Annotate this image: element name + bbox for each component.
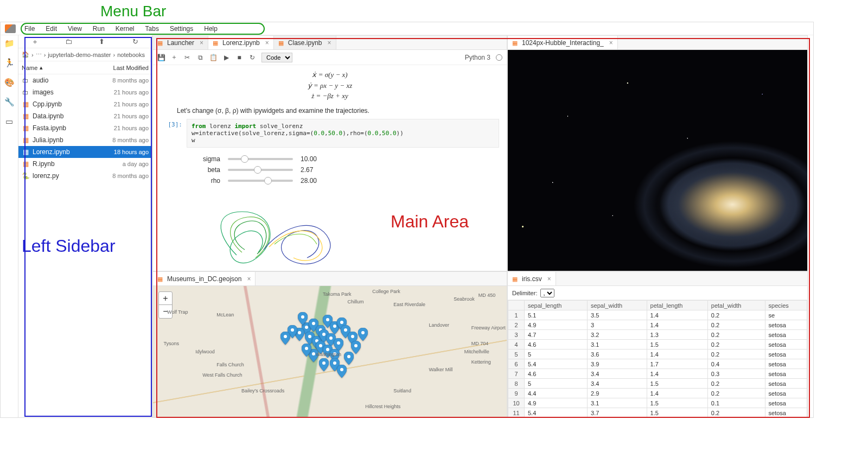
- tab[interactable]: ▦Launcher×: [153, 36, 208, 49]
- table-row[interactable]: 74.63.41.40.3setosa: [508, 369, 807, 379]
- table-row[interactable]: 65.43.91.70.4setosa: [508, 359, 807, 369]
- map-pin-icon[interactable]: [344, 352, 354, 365]
- table-row[interactable]: 15.13.51.40.2se: [508, 310, 807, 320]
- notebook-content[interactable]: ẋ = σ(y − x) ẏ = ρx − y − xz ż = −βz + x…: [153, 65, 507, 271]
- table-row[interactable]: 44.63.11.50.2setosa: [508, 340, 807, 350]
- csv-cell[interactable]: 0.2: [707, 310, 765, 320]
- csv-cell[interactable]: 3.1: [588, 340, 647, 350]
- csv-cell[interactable]: 3.6: [588, 350, 647, 359]
- map-pin-icon[interactable]: [280, 332, 290, 345]
- csv-cell[interactable]: 5.4: [525, 408, 588, 417]
- csv-cell[interactable]: setosa: [765, 330, 807, 340]
- csv-cell[interactable]: 0.2: [707, 340, 765, 350]
- csv-column-header[interactable]: species: [765, 301, 807, 310]
- csv-cell[interactable]: 1.5: [647, 398, 707, 408]
- file-row[interactable]: ▦Data.ipynb21 hours ago: [18, 110, 152, 122]
- slider-thumb[interactable]: [241, 155, 248, 163]
- close-icon[interactable]: ×: [609, 39, 613, 47]
- csv-cell[interactable]: 1.4: [647, 389, 707, 398]
- csv-cell[interactable]: 1.4: [647, 310, 707, 320]
- csv-cell[interactable]: 1.5: [647, 379, 707, 389]
- table-row[interactable]: 34.73.21.30.2setosa: [508, 330, 807, 340]
- csv-cell[interactable]: se: [765, 310, 807, 320]
- file-row[interactable]: 🗀audio8 months ago: [18, 74, 152, 86]
- csv-cell[interactable]: setosa: [765, 398, 807, 408]
- csv-cell[interactable]: setosa: [765, 408, 807, 417]
- commands-icon[interactable]: 🎨: [4, 78, 14, 87]
- csv-cell[interactable]: 1.4: [647, 320, 707, 330]
- table-row[interactable]: 853.41.50.2setosa: [508, 379, 807, 389]
- folder-icon[interactable]: 📁: [4, 39, 14, 48]
- table-row[interactable]: 115.43.71.50.2setosa: [508, 408, 807, 417]
- csv-cell[interactable]: 3.1: [588, 398, 647, 408]
- slider-track[interactable]: [228, 158, 293, 160]
- csv-cell[interactable]: setosa: [765, 320, 807, 330]
- csv-cell[interactable]: setosa: [765, 379, 807, 389]
- csv-cell[interactable]: 0.2: [707, 379, 765, 389]
- close-icon[interactable]: ×: [547, 275, 551, 283]
- close-icon[interactable]: ×: [328, 39, 331, 47]
- csv-cell[interactable]: 1.4: [647, 350, 707, 359]
- close-icon[interactable]: ×: [247, 275, 251, 283]
- csv-cell[interactable]: 3.5: [588, 310, 647, 320]
- table-row[interactable]: 104.93.11.50.1setosa: [508, 398, 807, 408]
- tab[interactable]: ▦Museums_in_DC.geojson×: [153, 272, 256, 285]
- csv-cell[interactable]: 1.5: [647, 408, 707, 417]
- csv-cell[interactable]: 1.4: [647, 369, 707, 379]
- map-pin-icon[interactable]: [358, 328, 368, 341]
- zoom-in-button[interactable]: +: [159, 292, 172, 305]
- map-pin-icon[interactable]: [337, 365, 347, 378]
- map-pin-icon[interactable]: [298, 312, 308, 325]
- map-pin-icon[interactable]: [302, 344, 311, 357]
- refresh-icon[interactable]: ↻: [131, 37, 139, 46]
- csv-cell[interactable]: 4.9: [525, 320, 588, 330]
- close-icon[interactable]: ×: [265, 39, 269, 47]
- table-row[interactable]: 94.42.91.40.2setosa: [508, 389, 807, 398]
- csv-cell[interactable]: 3.4: [588, 369, 647, 379]
- tab[interactable]: ▦Clase.ipynb×: [274, 36, 336, 49]
- stop-icon[interactable]: ■: [235, 54, 243, 61]
- slider-track[interactable]: [228, 180, 293, 182]
- restart-icon[interactable]: ↻: [248, 54, 256, 61]
- delimiter-select[interactable]: ,: [540, 289, 554, 297]
- new-folder-icon[interactable]: 🗀: [65, 37, 72, 46]
- upload-icon[interactable]: ⬆: [98, 37, 106, 46]
- csv-cell[interactable]: 0.1: [707, 398, 765, 408]
- image-viewer[interactable]: [508, 50, 807, 271]
- map-viewer[interactable]: + − Takoma ParkCollege ParkChillumEast R…: [153, 286, 507, 417]
- csv-cell[interactable]: 4.6: [525, 340, 588, 350]
- csv-cell[interactable]: 3.4: [588, 379, 647, 389]
- csv-cell[interactable]: 1.3: [647, 330, 707, 340]
- tabs-icon[interactable]: ▭: [4, 117, 14, 126]
- csv-column-header[interactable]: petal_length: [647, 301, 707, 310]
- file-row[interactable]: ▦R.ipynba day ago: [18, 158, 152, 170]
- csv-cell[interactable]: 0.4: [707, 359, 765, 369]
- tab[interactable]: ▦Lorenz.ipynb×: [208, 36, 274, 49]
- file-row[interactable]: ▦Cpp.ipynb21 hours ago: [18, 98, 152, 110]
- cell-code[interactable]: from lorenz import solve_lorenz w=intera…: [187, 119, 499, 148]
- code-cell[interactable]: [3]: from lorenz import solve_lorenz w=i…: [161, 119, 499, 148]
- add-cell-icon[interactable]: ＋: [170, 53, 178, 62]
- save-icon[interactable]: 💾: [157, 54, 165, 61]
- home-icon[interactable]: 🏠: [22, 51, 29, 58]
- csv-cell[interactable]: 0.3: [707, 369, 765, 379]
- crumb-item[interactable]: jupyterlab-demo-master: [48, 52, 111, 58]
- csv-cell[interactable]: 5: [525, 379, 588, 389]
- csv-cell[interactable]: setosa: [765, 350, 807, 359]
- column-modified[interactable]: Last Modified: [113, 65, 149, 71]
- csv-cell[interactable]: 3: [588, 320, 647, 330]
- table-row[interactable]: 24.931.40.2setosa: [508, 320, 807, 330]
- file-row[interactable]: ▦Julia.ipynb8 months ago: [18, 134, 152, 146]
- csv-cell[interactable]: 4.4: [525, 389, 588, 398]
- csv-cell[interactable]: 3.9: [588, 359, 647, 369]
- csv-cell[interactable]: 4.9: [525, 398, 588, 408]
- csv-column-header[interactable]: sepal_length: [525, 301, 588, 310]
- tab[interactable]: ▦iris.csv×: [508, 272, 556, 285]
- menu-run[interactable]: Run: [88, 24, 109, 34]
- tab[interactable]: ▦1024px-Hubble_Interacting_×: [508, 36, 618, 49]
- csv-cell[interactable]: 4.6: [525, 369, 588, 379]
- map-pin-icon[interactable]: [319, 358, 329, 371]
- csv-cell[interactable]: 5.4: [525, 359, 588, 369]
- breadcrumb[interactable]: 🏠 › ⋯ › jupyterlab-demo-master › noteboo…: [18, 48, 152, 61]
- menu-kernel[interactable]: Kernel: [111, 24, 139, 34]
